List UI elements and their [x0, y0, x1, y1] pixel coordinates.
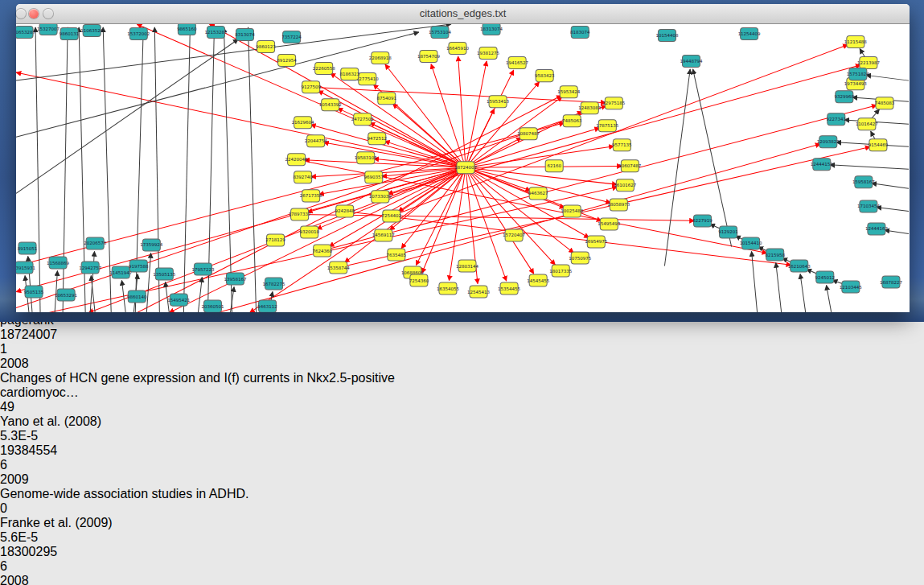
network-canvas[interactable]: 1872400722260558912750910543392216296042… [16, 24, 910, 312]
table-row[interactable]: 1830029562008Estimation of significance … [0, 545, 924, 585]
graph-node[interactable]: 21629604 [292, 117, 314, 129]
graph-node[interactable]: 9197588 [129, 260, 149, 272]
cell-in_degree[interactable]: 6 [0, 458, 71, 472]
graph-node[interactable]: 9472512 [368, 133, 388, 145]
cell-year[interactable]: 2008 [0, 574, 55, 585]
graph-node[interactable]: 16210643 [788, 260, 811, 272]
graph-node[interactable]: 13915931 [16, 262, 35, 274]
graph-node[interactable]: 7485063 [562, 115, 582, 127]
graph-node[interactable]: 15358744 [327, 262, 350, 274]
graph-node[interactable]: 9860131 [60, 28, 80, 40]
graph-node[interactable]: 17103454 [857, 200, 880, 212]
graph-node[interactable]: 11016427 [856, 118, 878, 130]
graph-node[interactable]: 9320010 [299, 226, 319, 238]
graph-node[interactable]: 15372002 [127, 28, 150, 40]
graph-edge[interactable] [827, 285, 832, 311]
cell-in_degree[interactable]: 1 [0, 342, 71, 356]
graph-node[interactable]: 9127509 [301, 81, 321, 93]
graph-node[interactable]: 12153287 [204, 27, 227, 39]
graph-node[interactable]: 6227919 [692, 215, 713, 227]
graph-edge[interactable] [877, 208, 909, 212]
graph-edge[interactable] [209, 24, 466, 167]
graph-node[interactable]: 9463627 [528, 187, 548, 200]
graph-node[interactable]: 12975185 [602, 97, 625, 109]
graph-node[interactable]: 19416527 [506, 57, 528, 69]
graph-node[interactable]: 16645910 [446, 43, 469, 55]
graph-node[interactable]: 15953413 [487, 96, 509, 108]
graph-node[interactable]: 10154410 [740, 237, 762, 249]
graph-node[interactable]: 17957223 [191, 263, 214, 275]
graph-edge[interactable] [380, 65, 860, 197]
graph-edge[interactable] [16, 39, 238, 194]
graph-edge[interactable] [872, 183, 909, 189]
graph-node[interactable]: 9583423 [535, 70, 555, 82]
cell-out_degree[interactable]: 49 [0, 400, 65, 414]
graph-node[interactable]: 22044754 [305, 135, 327, 147]
graph-node[interactable]: 10025488 [561, 205, 583, 217]
graph-node[interactable]: 12444163 [865, 223, 888, 235]
graph-node[interactable]: 20360501 [201, 300, 224, 312]
graph-node[interactable]: 16354055 [437, 282, 459, 295]
graph-node[interactable]: 9860123 [256, 41, 276, 53]
cell-out_degree[interactable]: 0 [0, 501, 65, 516]
graph-node[interactable]: 14569117 [372, 229, 395, 241]
graph-node[interactable]: 9690357 [364, 171, 384, 183]
graph-edge[interactable] [169, 167, 466, 311]
graph-node[interactable]: 62160 [545, 160, 563, 172]
graph-node[interactable]: 15495421 [167, 294, 190, 306]
graph-node[interactable]: 15953424 [557, 86, 580, 98]
graph-edge[interactable] [224, 27, 232, 312]
graph-node[interactable]: 9245012 [815, 271, 836, 283]
graph-node[interactable]: 13505135 [153, 268, 175, 280]
graph-node[interactable]: 18017335 [549, 265, 572, 277]
graph-edge[interactable] [866, 75, 909, 80]
graph-node[interactable]: 19448794 [680, 56, 702, 68]
graph-edge[interactable] [466, 167, 555, 265]
graph-node[interactable]: 10807487 [517, 128, 540, 140]
graph-node[interactable]: 7485083 [875, 97, 895, 109]
graph-node[interactable]: 12483083 [578, 102, 601, 114]
graph-edge[interactable] [35, 27, 40, 312]
cell-pagerank[interactable]: 5.3E-5 [0, 429, 72, 443]
cell-year[interactable]: 2009 [0, 472, 55, 487]
graph-edge[interactable] [458, 56, 466, 167]
graph-node[interactable]: 10653287 [16, 27, 36, 39]
graph-node[interactable]: 12942757 [79, 262, 101, 274]
graph-edge[interactable] [248, 27, 257, 312]
graph-node[interactable]: 22068918 [369, 52, 392, 64]
graph-node[interactable]: 9860140 [127, 290, 147, 303]
graph-edge[interactable] [466, 167, 589, 237]
graph-node[interactable]: 9329968 [835, 91, 855, 103]
graph-node[interactable]: 10733039 [369, 191, 392, 203]
graph-node[interactable]: 8915051 [18, 242, 38, 254]
graph-edge[interactable] [466, 167, 534, 274]
cell-title[interactable]: Genome-wide association studies in ADHD. [0, 487, 413, 501]
cell-name[interactable]: 19384554 [0, 443, 63, 458]
graph-node[interactable]: 16101627 [614, 179, 636, 192]
graph-node[interactable]: 10154408 [655, 30, 678, 42]
graph-node[interactable]: 24727502 [351, 113, 374, 126]
graph-node[interactable]: 12093822 [817, 136, 840, 148]
graph-node[interactable]: 12803144 [456, 260, 478, 272]
graph-node[interactable]: 12213987 [857, 57, 880, 69]
graph-node[interactable]: 15958167 [852, 176, 875, 188]
cell-name[interactable]: 18300295 [0, 545, 63, 559]
graph-node[interactable]: 9227341 [827, 113, 847, 126]
graph-edge[interactable] [776, 262, 782, 311]
graph-node[interactable]: 18313074 [480, 24, 503, 35]
graph-node[interactable]: 26717358 [300, 190, 322, 202]
graph-node[interactable]: 17359924 [140, 239, 162, 251]
graph-node[interactable]: 15495493 [598, 218, 620, 230]
graph-node[interactable]: 10607487 [618, 160, 641, 172]
graph-node[interactable]: 15354455 [498, 282, 520, 295]
graph-node[interactable]: 19583105 [355, 152, 377, 164]
graph-node[interactable]: 9577135 [612, 139, 632, 151]
graph-node[interactable]: 17897337 [289, 208, 311, 220]
graph-node[interactable]: 7254360 [409, 274, 429, 286]
graph-node[interactable]: 18724007 [454, 162, 477, 174]
graph-node[interactable]: 8313074 [235, 29, 255, 41]
graph-node[interactable]: 13958167 [224, 273, 246, 285]
graph-node[interactable]: 16954975 [585, 236, 607, 248]
graph-node[interactable]: 9129201 [718, 226, 738, 238]
cell-in_degree[interactable]: 6 [0, 559, 71, 574]
